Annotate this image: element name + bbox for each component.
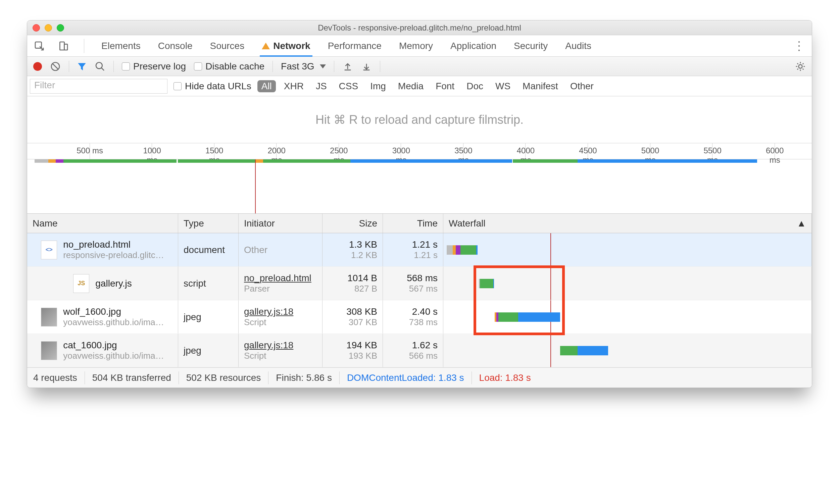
filmstrip-hint: Hit ⌘ R to reload and capture filmstrip. xyxy=(316,113,523,127)
more-options-icon[interactable]: ⋮ xyxy=(793,39,805,53)
file-type-icon: <> xyxy=(41,240,57,259)
type-filter-ws[interactable]: WS xyxy=(491,80,515,92)
type-filter-doc[interactable]: Doc xyxy=(462,80,487,92)
table-row[interactable]: wolf_1600.jpgyoavweiss.github.io/ima…jpe… xyxy=(27,300,812,334)
separator xyxy=(69,61,69,72)
initiator-link[interactable]: no_preload.html xyxy=(244,273,317,284)
download-har-icon[interactable] xyxy=(361,61,372,72)
cell-initiator: no_preload.htmlParser xyxy=(238,267,322,300)
disable-cache-checkbox[interactable]: Disable cache xyxy=(194,61,265,72)
type-filter-all[interactable]: All xyxy=(257,80,276,92)
cell-time: 2.40 s738 ms xyxy=(383,300,443,334)
type-filter-manifest[interactable]: Manifest xyxy=(518,80,562,92)
cell-name[interactable]: JSgallery.js xyxy=(27,267,178,300)
record-button[interactable] xyxy=(33,62,42,71)
ruler-tick: 5500 ms xyxy=(712,143,713,159)
filter-icon[interactable] xyxy=(77,62,87,71)
upload-har-icon[interactable] xyxy=(342,61,353,72)
window-title: DevTools - responsive-preload.glitch.me/… xyxy=(27,23,812,33)
tab-security[interactable]: Security xyxy=(512,35,550,56)
request-host: responsive-preload.glitc… xyxy=(63,250,164,260)
col-size[interactable]: Size xyxy=(322,214,383,233)
overview-segment xyxy=(513,159,577,163)
waterfall-segment xyxy=(480,279,493,288)
ruler-tick: 2000 ms xyxy=(276,143,276,159)
cell-waterfall[interactable] xyxy=(443,334,812,367)
tab-performance[interactable]: Performance xyxy=(326,35,383,56)
throttling-select[interactable]: Fast 3G xyxy=(281,61,326,72)
sort-indicator-icon: ▲ xyxy=(797,218,806,229)
separator xyxy=(272,61,273,72)
summary-dcl: DOMContentLoaded: 1.83 s xyxy=(347,373,464,383)
cell-type: jpeg xyxy=(178,300,238,334)
col-initiator[interactable]: Initiator xyxy=(238,214,322,233)
ruler-tick: 1500 ms xyxy=(214,143,214,159)
table-row[interactable]: <>no_preload.htmlresponsive-preload.glit… xyxy=(27,233,812,267)
cell-name[interactable]: <>no_preload.htmlresponsive-preload.glit… xyxy=(27,233,178,266)
type-filter-xhr[interactable]: XHR xyxy=(280,80,308,92)
type-filter-other[interactable]: Other xyxy=(566,80,598,92)
disable-cache-label: Disable cache xyxy=(206,61,265,72)
cell-waterfall[interactable] xyxy=(443,300,812,334)
summary-bar: 4 requests 504 KB transferred 502 KB res… xyxy=(27,367,812,388)
separator xyxy=(380,61,380,72)
ruler-tick: 3000 ms xyxy=(401,143,401,159)
ruler-tick: 500 ms xyxy=(90,143,90,159)
tab-network[interactable]: Network xyxy=(260,35,312,56)
svg-rect-2 xyxy=(65,44,68,50)
initiator-link[interactable]: gallery.js:18 xyxy=(244,306,317,317)
summary-load: Load: 1.83 s xyxy=(479,373,531,383)
file-type-icon: JS xyxy=(73,274,89,293)
separator xyxy=(113,61,114,72)
request-host: yoavweiss.github.io/ima… xyxy=(63,317,164,327)
device-toolbar-icon[interactable] xyxy=(58,41,69,51)
checkbox-box xyxy=(174,82,182,90)
checkbox-box xyxy=(122,62,130,70)
separator xyxy=(84,39,84,53)
cell-initiator: gallery.js:18Script xyxy=(238,300,322,334)
type-filter-img[interactable]: Img xyxy=(366,80,390,92)
table-row[interactable]: cat_1600.jpgyoavweiss.github.io/ima…jpeg… xyxy=(27,334,812,367)
cell-waterfall[interactable] xyxy=(443,233,812,266)
settings-icon[interactable] xyxy=(795,61,806,72)
waterfall-segment xyxy=(461,245,476,255)
type-filter-media[interactable]: Media xyxy=(394,80,428,92)
summary-finish: Finish: 5.86 s xyxy=(276,373,332,383)
col-waterfall[interactable]: Waterfall ▲ xyxy=(443,214,812,233)
type-filter-js[interactable]: JS xyxy=(312,80,331,92)
tab-console[interactable]: Console xyxy=(156,35,195,56)
type-filter-font[interactable]: Font xyxy=(432,80,459,92)
cell-name[interactable]: cat_1600.jpgyoavweiss.github.io/ima… xyxy=(27,334,178,367)
cell-size: 1014 B827 B xyxy=(322,267,383,300)
inspect-element-icon[interactable] xyxy=(34,41,44,51)
table-row[interactable]: JSgallery.jsscriptno_preload.htmlParser1… xyxy=(27,267,812,300)
col-type[interactable]: Type xyxy=(178,214,238,233)
cell-size: 1.3 KB1.2 KB xyxy=(322,233,383,266)
col-name[interactable]: Name xyxy=(27,214,178,233)
waterfall-segment xyxy=(456,245,461,255)
overview-segment xyxy=(255,159,263,163)
hide-data-urls-checkbox[interactable]: Hide data URLs xyxy=(174,81,251,92)
tab-elements[interactable]: Elements xyxy=(99,35,143,56)
cell-initiator: Other xyxy=(238,233,322,266)
initiator-link[interactable]: gallery.js:18 xyxy=(244,340,317,350)
tab-sources[interactable]: Sources xyxy=(208,35,246,56)
filmstrip-area[interactable]: Hit ⌘ R to reload and capture filmstrip. xyxy=(27,96,812,143)
tab-audits[interactable]: Audits xyxy=(563,35,593,56)
file-type-icon xyxy=(41,341,57,360)
filter-input[interactable]: Filter xyxy=(30,79,167,94)
tab-application[interactable]: Application xyxy=(448,35,498,56)
timeline-overview[interactable]: 500 ms1000 ms1500 ms2000 ms2500 ms3000 m… xyxy=(27,143,812,214)
overview-segment xyxy=(35,159,48,163)
cell-name[interactable]: wolf_1600.jpgyoavweiss.github.io/ima… xyxy=(27,300,178,334)
cell-waterfall[interactable] xyxy=(443,267,812,300)
waterfall-segment xyxy=(560,346,577,355)
tab-memory[interactable]: Memory xyxy=(397,35,435,56)
preserve-log-checkbox[interactable]: Preserve log xyxy=(122,61,186,72)
search-icon[interactable] xyxy=(95,61,105,72)
clear-icon[interactable] xyxy=(50,61,61,72)
overview-segment xyxy=(64,159,177,163)
col-time[interactable]: Time xyxy=(383,214,443,233)
type-filter-css[interactable]: CSS xyxy=(335,80,362,92)
request-name: cat_1600.jpg xyxy=(63,340,164,350)
